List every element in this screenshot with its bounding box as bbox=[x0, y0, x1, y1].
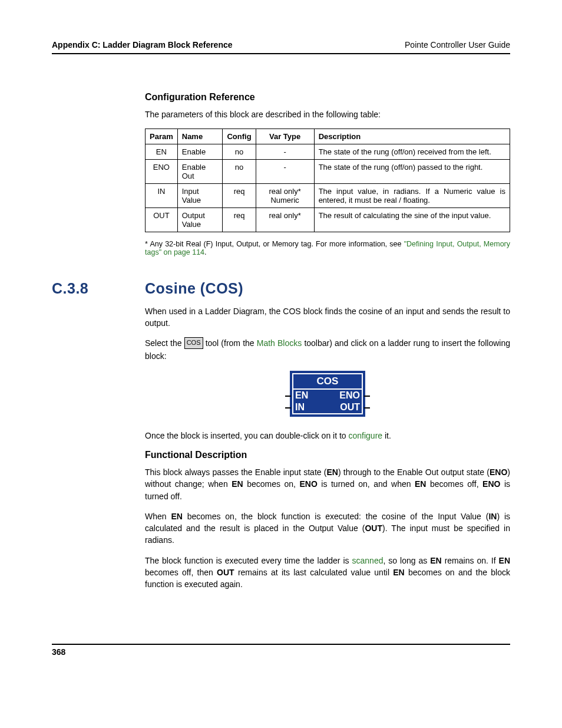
table-row: EN Enable no - The state of the rung (of… bbox=[146, 144, 510, 160]
cell-param: ENO bbox=[146, 160, 178, 184]
bold: EN bbox=[326, 467, 338, 477]
t: This block always passes the Enable inpu… bbox=[145, 467, 326, 477]
section-number: C.3.8 bbox=[52, 280, 145, 297]
t: is turned on, and when bbox=[318, 479, 415, 489]
cos-intro: When used in a Ladder Diagram, the COS b… bbox=[145, 305, 510, 330]
math-blocks-link[interactable]: Math Blocks bbox=[257, 338, 302, 348]
block-inner: COS EN ENO IN OUT bbox=[292, 373, 363, 414]
table-row: IN Input Value req real only* Numeric Th… bbox=[146, 184, 510, 208]
bold: EN bbox=[232, 479, 243, 489]
t: remains on. If bbox=[442, 556, 499, 565]
cell-param: EN bbox=[146, 144, 178, 160]
p3-a: Once the block is inserted, you can doub… bbox=[145, 431, 349, 440]
cell-config: no bbox=[223, 160, 256, 184]
func-p3: The block function is executed every tim… bbox=[145, 555, 510, 591]
cos-block-diagram: COS EN ENO IN OUT bbox=[290, 371, 365, 417]
table-row: ENO Enable Out no - The state of the run… bbox=[146, 160, 510, 184]
block-title: COS bbox=[293, 374, 362, 390]
header-left: Appendix C: Ladder Diagram Block Referen… bbox=[52, 40, 233, 50]
bold: EN bbox=[415, 479, 426, 489]
cosine-section: When used in a Ladder Diagram, the COS b… bbox=[145, 305, 510, 591]
t: becomes on, the block function is execut… bbox=[183, 512, 489, 521]
bold: EN bbox=[499, 556, 510, 565]
section-heading: C.3.8 Cosine (COS) bbox=[52, 280, 510, 297]
cell-vartype: real only* Numeric bbox=[256, 184, 314, 208]
header-right: Pointe Controller User Guide bbox=[405, 40, 510, 50]
config-ref-heading: Configuration Reference bbox=[145, 92, 510, 103]
page-header: Appendix C: Ladder Diagram Block Referen… bbox=[52, 40, 510, 54]
cos-select-paragraph: Select the COS tool (from the Math Block… bbox=[145, 337, 510, 362]
functional-desc-heading: Functional Description bbox=[145, 450, 510, 460]
bold: IN bbox=[488, 512, 497, 521]
cell-config: no bbox=[223, 144, 256, 160]
cell-name: Enable Out bbox=[177, 160, 223, 184]
cos-tool-icon: COS bbox=[184, 337, 203, 349]
cell-desc: The state of the rung (off/on) passed to… bbox=[314, 160, 510, 184]
cell-param: IN bbox=[146, 184, 178, 208]
t: becomes on, bbox=[243, 479, 300, 489]
cell-desc: The state of the rung (off/on) received … bbox=[314, 144, 510, 160]
cell-vartype: real only* bbox=[256, 208, 314, 232]
func-p2: When EN becomes on, the block function i… bbox=[145, 510, 510, 546]
bold: ENO bbox=[482, 479, 500, 489]
bold: OUT bbox=[217, 568, 234, 577]
footnote-prefix: * Any 32-bit Real (F) Input, Output, or … bbox=[145, 240, 404, 248]
cell-name: Enable bbox=[177, 144, 223, 160]
connector-icon bbox=[364, 396, 370, 397]
th-desc: Description bbox=[314, 129, 510, 144]
cell-vartype: - bbox=[256, 160, 314, 184]
p2-a: Select the bbox=[145, 338, 184, 348]
block-eno: ENO bbox=[339, 390, 360, 401]
block-row-in: IN OUT bbox=[293, 401, 362, 413]
block-out: OUT bbox=[340, 402, 360, 413]
th-param: Param bbox=[146, 129, 178, 144]
bold: EN bbox=[430, 556, 441, 565]
t: When bbox=[145, 512, 171, 521]
bold: EN bbox=[171, 512, 182, 521]
cell-name: Input Value bbox=[177, 184, 223, 208]
param-table: Param Name Config Var Type Description E… bbox=[145, 129, 510, 232]
connector-icon bbox=[285, 407, 291, 409]
t: becomes off, bbox=[426, 479, 482, 489]
block-en: EN bbox=[295, 390, 308, 401]
scanned-link[interactable]: scanned bbox=[352, 556, 384, 565]
t: becomes off, then bbox=[145, 568, 217, 577]
cell-desc: The input value, in radians. If a Numeri… bbox=[314, 184, 510, 208]
t: The block function is executed every tim… bbox=[145, 556, 352, 565]
p3-b: it. bbox=[382, 431, 391, 440]
func-p1: This block always passes the Enable inpu… bbox=[145, 466, 510, 502]
p2-b: tool (from the bbox=[203, 338, 257, 348]
table-footnote: * Any 32-bit Real (F) Input, Output, or … bbox=[145, 240, 510, 256]
table-row: OUT Output Value req real only* The resu… bbox=[146, 208, 510, 232]
th-name: Name bbox=[177, 129, 223, 144]
t: remains at its last calculated value unt… bbox=[234, 568, 394, 577]
footnote-suffix: . bbox=[204, 248, 206, 256]
cell-desc: The result of calculating the sine of th… bbox=[314, 208, 510, 232]
config-ref-intro: The parameters of this block are describ… bbox=[145, 108, 510, 120]
section-title: Cosine (COS) bbox=[145, 280, 243, 297]
th-config: Config bbox=[223, 129, 256, 144]
cell-vartype: - bbox=[256, 144, 314, 160]
connector-icon bbox=[285, 396, 291, 397]
configure-link[interactable]: configure bbox=[349, 431, 383, 440]
block-in: IN bbox=[295, 402, 305, 413]
bold: EN bbox=[393, 568, 404, 577]
page: Appendix C: Ladder Diagram Block Referen… bbox=[0, 0, 562, 692]
cell-param: OUT bbox=[146, 208, 178, 232]
table-header-row: Param Name Config Var Type Description bbox=[146, 129, 510, 144]
t: ) through to the Enable Out output state… bbox=[338, 467, 490, 477]
connector-icon bbox=[364, 407, 370, 409]
th-vartype: Var Type bbox=[256, 129, 314, 144]
bold: OUT bbox=[365, 523, 382, 533]
bold: ENO bbox=[490, 467, 507, 477]
page-footer: 368 bbox=[52, 644, 510, 657]
config-reference-section: Configuration Reference The parameters o… bbox=[145, 92, 510, 256]
block-row-en: EN ENO bbox=[293, 390, 362, 401]
bold: ENO bbox=[299, 479, 317, 489]
cell-config: req bbox=[223, 208, 256, 232]
cos-configure-paragraph: Once the block is inserted, you can doub… bbox=[145, 430, 510, 442]
t: , so long as bbox=[383, 556, 430, 565]
cell-config: req bbox=[223, 184, 256, 208]
cell-name: Output Value bbox=[177, 208, 223, 232]
page-number: 368 bbox=[52, 647, 65, 657]
